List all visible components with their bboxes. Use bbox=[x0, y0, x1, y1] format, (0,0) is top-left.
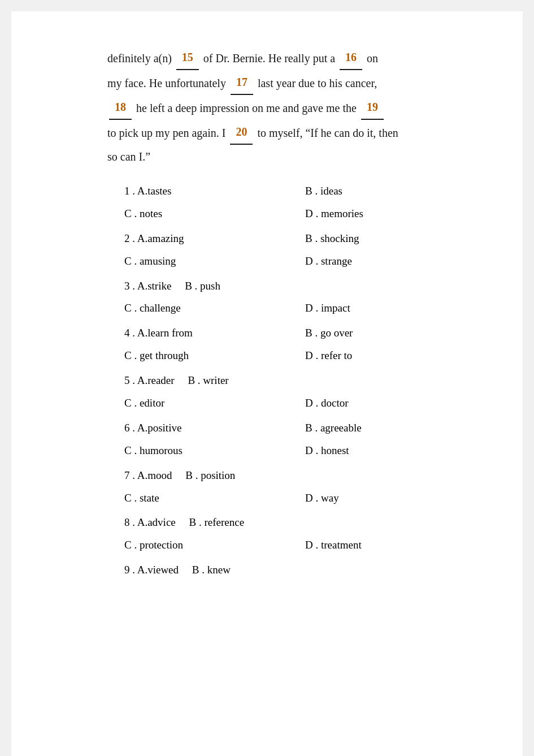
question-5-row-cd: C . editor D . doctor bbox=[107, 392, 477, 414]
q2-option-a: 2 . A.amazing bbox=[124, 227, 305, 250]
q8-option-d: D . treatment bbox=[305, 534, 477, 556]
q2-option-c: C . amusing bbox=[124, 250, 305, 273]
passage-text: definitely a(n) 15 of Dr. Bernie. He rea… bbox=[107, 45, 477, 169]
question-4-row-ab: 4 . A.learn from B . go over bbox=[107, 322, 477, 344]
q1-option-d: D . memories bbox=[305, 202, 477, 225]
question-5-row-ab: 5 . A.reader B . writer bbox=[107, 369, 477, 392]
q8-number: 8 . bbox=[124, 516, 137, 528]
q7-option-a: 7 . A.mood B . position bbox=[124, 464, 305, 487]
question-3-row-ab: 3 . A.strike B . push bbox=[107, 275, 477, 297]
question-6-row-cd: C . humorous D . honest bbox=[107, 439, 477, 462]
q3-option-a: 3 . A.strike B . push bbox=[124, 275, 305, 297]
q4-option-b: B . go over bbox=[305, 322, 477, 344]
question-1: 1 . A.tastes B . ideas C . notes D . mem… bbox=[107, 180, 477, 225]
q3-number: 3 . bbox=[124, 280, 137, 292]
question-2-row-cd: C . amusing D . strange bbox=[107, 250, 477, 273]
question-1-row-ab: 1 . A.tastes B . ideas bbox=[107, 180, 477, 202]
question-9: 9 . A.viewed B . knew bbox=[107, 559, 477, 581]
question-8-row-cd: C . protection D . treatment bbox=[107, 534, 477, 556]
q7-option-c: C . state bbox=[124, 487, 305, 509]
q2-option-d: D . strange bbox=[305, 250, 477, 273]
q2-option-b: B . shocking bbox=[305, 227, 477, 250]
question-3-row-cd: C . challenge D . impact bbox=[107, 297, 477, 319]
q1-option-c: C . notes bbox=[124, 202, 305, 225]
q1-option-a: 1 . A.tastes bbox=[124, 180, 305, 202]
blank-17: 17 bbox=[231, 70, 253, 95]
q9-option-a: 9 . A.viewed B . knew bbox=[124, 559, 305, 581]
q6-option-c: C . humorous bbox=[124, 439, 305, 462]
question-2-row-ab: 2 . A.amazing B . shocking bbox=[107, 227, 477, 250]
q7-number: 7 . bbox=[124, 469, 137, 481]
blank-16: 16 bbox=[340, 45, 362, 70]
q5-number: 5 . bbox=[124, 374, 137, 386]
blank-15: 15 bbox=[176, 45, 199, 70]
q6-option-a: 6 . A.positive bbox=[124, 417, 305, 439]
question-7-row-cd: C . state D . way bbox=[107, 487, 477, 509]
question-4: 4 . A.learn from B . go over C . get thr… bbox=[107, 322, 477, 367]
question-5: 5 . A.reader B . writer C . editor D . d… bbox=[107, 369, 477, 414]
question-7: 7 . A.mood B . position C . state D . wa… bbox=[107, 464, 477, 509]
page: definitely a(n) 15 of Dr. Bernie. He rea… bbox=[11, 11, 523, 756]
q9-number: 9 . bbox=[124, 564, 137, 576]
q3-option-c: C . challenge bbox=[124, 297, 305, 319]
options-section: 1 . A.tastes B . ideas C . notes D . mem… bbox=[107, 180, 477, 581]
passage-line1: definitely a(n) 15 of Dr. Bernie. He rea… bbox=[107, 52, 378, 64]
q4-option-a: 4 . A.learn from bbox=[124, 322, 305, 344]
q4-option-c: C . get through bbox=[124, 344, 305, 367]
passage-line4: to pick up my pen again. I 20 to myself,… bbox=[107, 127, 398, 139]
question-8: 8 . A.advice B . reference C . protectio… bbox=[107, 511, 477, 556]
question-7-row-ab: 7 . A.mood B . position bbox=[107, 464, 477, 487]
blank-18: 18 bbox=[109, 95, 132, 120]
passage-line3: 18 he left a deep impression on me and g… bbox=[107, 102, 385, 114]
question-8-row-ab: 8 . A.advice B . reference bbox=[107, 511, 477, 534]
q4-number: 4 . bbox=[124, 327, 137, 339]
q6-number: 6 . bbox=[124, 422, 137, 434]
q4-option-d: D . refer to bbox=[305, 344, 477, 367]
blank-19: 19 bbox=[361, 95, 384, 120]
question-4-row-cd: C . get through D . refer to bbox=[107, 344, 477, 367]
blank-20: 20 bbox=[230, 120, 253, 145]
q5-option-c: C . editor bbox=[124, 392, 305, 414]
q6-option-b: B . agreeable bbox=[305, 417, 477, 439]
q2-number: 2 . bbox=[124, 232, 137, 244]
q1-option-b: B . ideas bbox=[305, 180, 477, 202]
q5-option-d: D . doctor bbox=[305, 392, 477, 414]
question-6-row-ab: 6 . A.positive B . agreeable bbox=[107, 417, 477, 439]
q1-number: 1 . bbox=[124, 185, 137, 197]
q5-option-a: 5 . A.reader B . writer bbox=[124, 369, 305, 392]
question-3: 3 . A.strike B . push C . challenge D . … bbox=[107, 275, 477, 320]
question-1-row-cd: C . notes D . memories bbox=[107, 202, 477, 225]
question-6: 6 . A.positive B . agreeable C . humorou… bbox=[107, 417, 477, 462]
question-2: 2 . A.amazing B . shocking C . amusing D… bbox=[107, 227, 477, 273]
passage-line2: my face. He unfortunately 17 last year d… bbox=[107, 77, 377, 89]
q7-option-d: D . way bbox=[305, 487, 477, 509]
passage-line5: so can I.” bbox=[107, 150, 150, 163]
q8-option-c: C . protection bbox=[124, 534, 305, 556]
question-9-row-ab: 9 . A.viewed B . knew bbox=[107, 559, 477, 581]
q3-option-d: D . impact bbox=[305, 297, 477, 319]
q8-option-a: 8 . A.advice B . reference bbox=[124, 511, 305, 534]
q6-option-d: D . honest bbox=[305, 439, 477, 462]
